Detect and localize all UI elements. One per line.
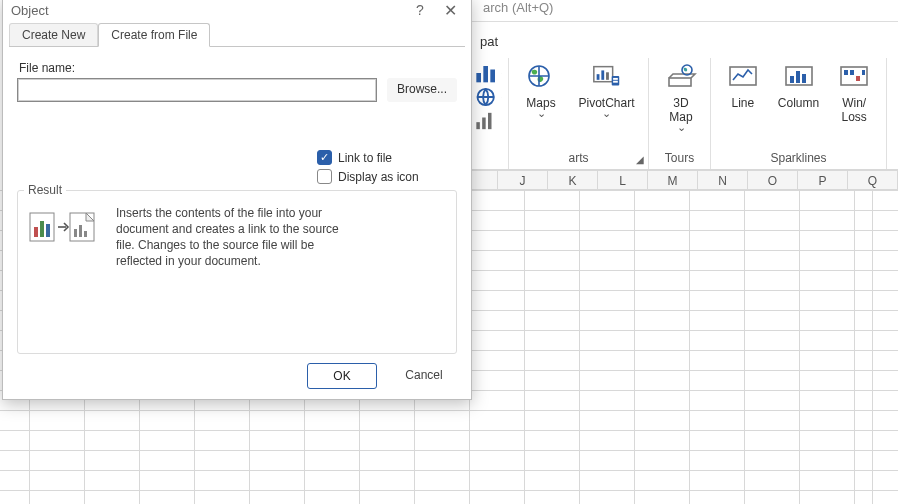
ok-button[interactable]: OK: [307, 363, 377, 389]
svg-rect-40: [79, 225, 82, 237]
charts-dialog-launcher[interactable]: ◢: [634, 154, 645, 165]
ribbon-tab-row: pat: [468, 34, 504, 60]
dialog-titlebar[interactable]: Object ? ✕: [3, 0, 471, 23]
browse-button[interactable]: Browse...: [387, 78, 457, 102]
col-N[interactable]: N: [698, 171, 748, 189]
sparkline-winloss-icon: [838, 60, 870, 94]
col-L[interactable]: L: [598, 171, 648, 189]
tours-group-label: Tours: [653, 149, 706, 169]
sparkline-winloss-label: Win/ Loss: [842, 96, 867, 124]
svg-rect-0: [476, 73, 481, 82]
tab-create-from-file[interactable]: Create from File: [98, 23, 210, 47]
svg-rect-6: [476, 122, 480, 129]
svg-text:⌄: ⌄: [500, 115, 502, 125]
column-headers: J K L M N O P Q: [468, 170, 898, 190]
tab-create-new[interactable]: Create New: [9, 23, 98, 46]
sparkline-line-icon: [727, 60, 759, 94]
result-link-icon: [28, 205, 100, 248]
maps-button[interactable]: Maps: [513, 60, 569, 116]
3dmap-label: 3D Map: [669, 96, 692, 124]
svg-rect-22: [790, 76, 794, 83]
search-box[interactable]: arch (Alt+Q): [468, 0, 898, 22]
svg-rect-12: [596, 74, 599, 80]
link-to-file-label: Link to file: [338, 151, 392, 165]
svg-rect-35: [34, 227, 38, 237]
contextual-tab[interactable]: pat: [474, 30, 504, 53]
file-name-label: File name:: [19, 61, 457, 75]
globe-icon: [525, 60, 557, 94]
display-as-icon-label: Display as icon: [338, 170, 419, 184]
svg-rect-25: [841, 67, 867, 85]
svg-rect-26: [844, 70, 848, 75]
pivotchart-button[interactable]: PivotChart: [569, 60, 644, 116]
file-name-input[interactable]: [17, 78, 377, 102]
sparkline-winloss-button[interactable]: Win/ Loss: [826, 60, 882, 124]
result-group: Result Inserts the contents of the file …: [17, 190, 457, 354]
ribbon: arch (Alt+Q) pat ⌄ ⌄ ⌄: [468, 0, 898, 170]
help-icon[interactable]: ?: [405, 2, 435, 18]
cancel-button[interactable]: Cancel: [389, 363, 459, 389]
svg-rect-17: [613, 81, 618, 83]
svg-text:⌄: ⌄: [500, 91, 502, 101]
col-M[interactable]: M: [648, 171, 698, 189]
col-P[interactable]: P: [798, 171, 848, 189]
dialog-title: Object: [11, 3, 49, 18]
col-Q[interactable]: Q: [848, 171, 898, 189]
result-text: Inserts the contents of the file into yo…: [116, 205, 346, 269]
object-dialog: Object ? ✕ Create New Create from File F…: [2, 0, 472, 400]
link-to-file-checkbox[interactable]: ✓: [317, 150, 332, 165]
svg-rect-2: [490, 70, 495, 83]
svg-rect-23: [796, 71, 800, 83]
svg-rect-18: [669, 78, 691, 86]
svg-rect-29: [862, 70, 865, 75]
sparkline-column-button[interactable]: Column: [771, 60, 827, 124]
svg-rect-8: [488, 113, 492, 129]
slicer-button[interactable]: Slicer: [891, 60, 898, 110]
3dmap-icon: [665, 60, 697, 94]
ribbon-group-charts: Maps PivotChart arts ◢: [509, 58, 649, 169]
svg-text:⌄: ⌄: [500, 67, 502, 77]
display-as-icon-checkbox[interactable]: [317, 169, 332, 184]
col-chart-icon[interactable]: ⌄: [474, 110, 502, 132]
svg-rect-27: [850, 70, 854, 75]
bar-chart-icon[interactable]: ⌄: [474, 62, 502, 84]
close-icon[interactable]: ✕: [435, 1, 465, 20]
svg-rect-14: [606, 72, 609, 80]
charts-group-label: arts: [513, 149, 644, 169]
ribbon-group-tours: 3D Map Tours: [649, 58, 711, 169]
svg-rect-37: [46, 224, 50, 237]
3dmap-button[interactable]: 3D Map: [653, 60, 709, 130]
svg-rect-13: [601, 70, 604, 79]
sparkline-line-button[interactable]: Line: [715, 60, 771, 124]
ribbon-group-filters: Slicer Fil: [887, 58, 898, 169]
sparkline-line-label: Line: [731, 96, 754, 110]
sparkline-column-icon: [783, 60, 815, 94]
col-O[interactable]: O: [748, 171, 798, 189]
col-K[interactable]: K: [548, 171, 598, 189]
sparklines-group-label: Sparklines: [715, 149, 882, 169]
svg-rect-16: [613, 78, 618, 80]
col-J[interactable]: J: [498, 171, 548, 189]
pivotchart-icon: [591, 60, 623, 94]
svg-rect-36: [40, 221, 44, 237]
filters-group-label: Fil: [891, 149, 898, 169]
svg-rect-28: [856, 76, 860, 81]
globe-small-icon[interactable]: ⌄: [474, 86, 502, 108]
ribbon-charts-small: ⌄ ⌄ ⌄: [468, 58, 509, 169]
svg-rect-39: [74, 229, 77, 237]
svg-rect-24: [802, 74, 806, 83]
ribbon-group-sparklines: Line Column Win/ Loss Sparklines: [711, 58, 887, 169]
svg-rect-41: [84, 231, 87, 237]
svg-rect-7: [482, 118, 486, 130]
svg-rect-1: [483, 66, 488, 82]
result-legend: Result: [24, 183, 66, 197]
sparkline-column-label: Column: [778, 96, 819, 110]
